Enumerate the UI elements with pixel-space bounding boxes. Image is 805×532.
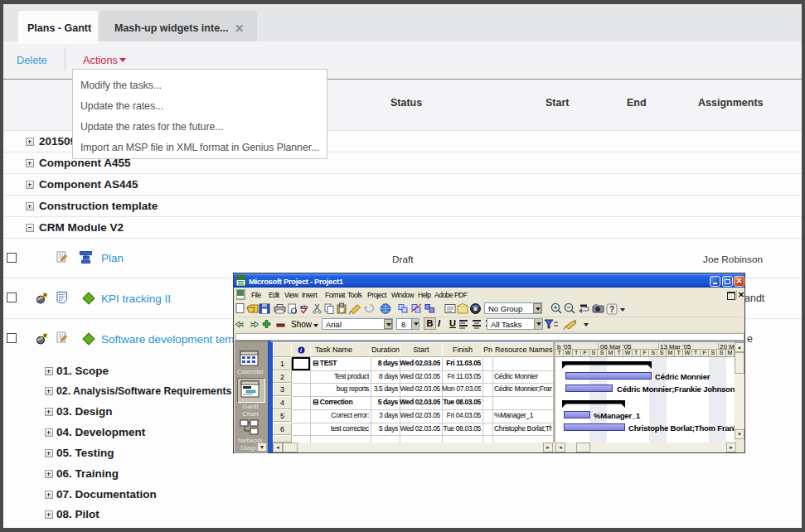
svg-text:?: ? — [609, 305, 614, 314]
